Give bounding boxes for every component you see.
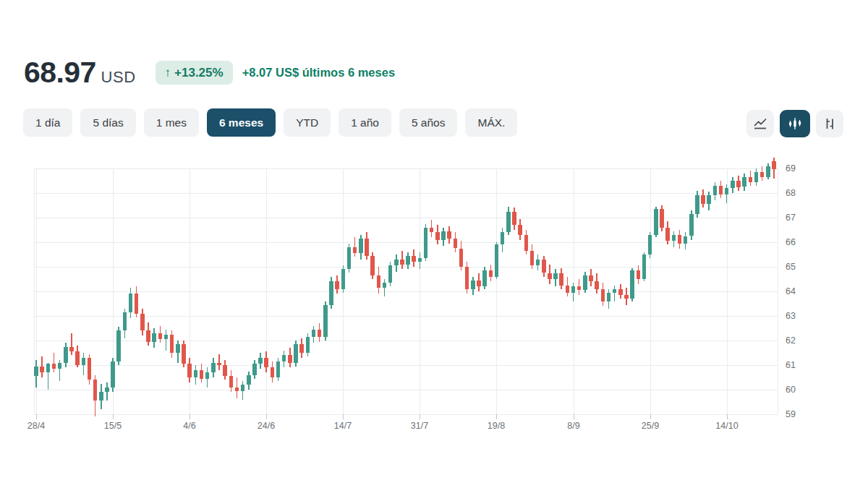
candle-body [116, 330, 121, 361]
candle-body [69, 347, 74, 352]
candle-body [518, 225, 522, 235]
y-axis-label: 69 [786, 163, 796, 174]
candle-body [99, 392, 103, 401]
candle-body [701, 195, 705, 204]
gridline-vertical [266, 168, 267, 414]
candle-body [684, 236, 688, 244]
x-axis-label: 14/10 [711, 421, 743, 431]
candlestick-chart-canvas[interactable]: 596061626364656667686928/415/54/624/614/… [0, 0, 868, 488]
candle-body [719, 186, 723, 194]
candle-body [742, 177, 746, 187]
candle-body [353, 247, 357, 254]
x-axis-label: 14/7 [327, 421, 359, 431]
candle-body [542, 260, 546, 273]
candle-body [495, 244, 499, 276]
candle-body [276, 361, 281, 377]
candle-body [731, 181, 735, 188]
candle-body [264, 358, 268, 368]
candle-wick [614, 286, 616, 301]
y-axis-label: 62 [786, 335, 796, 346]
gridline-vertical [420, 168, 420, 414]
candle-body [512, 212, 516, 226]
candle-body [312, 330, 316, 337]
x-axis-tick [650, 414, 651, 419]
y-axis-label: 68 [786, 188, 796, 198]
candle-body [93, 380, 98, 401]
candle-body [158, 333, 163, 340]
candle-body [241, 385, 245, 391]
candle-body [506, 212, 511, 233]
gridline-horizontal [34, 267, 778, 267]
candle-body [75, 351, 80, 365]
candle-body [577, 286, 582, 290]
x-axis-label: 8/9 [558, 421, 590, 431]
candle-body [441, 231, 446, 240]
candle-body [601, 289, 605, 301]
gridline-horizontal [34, 365, 778, 366]
candle-body [88, 358, 92, 380]
candle-body [406, 256, 410, 265]
candle-body [370, 256, 375, 275]
x-axis-tick [496, 414, 497, 419]
candle-body [111, 361, 115, 388]
candle-body [135, 294, 139, 313]
candle-body [471, 281, 475, 289]
y-axis-label: 59 [786, 409, 796, 419]
candle-body [648, 235, 652, 254]
candle-body [760, 172, 765, 177]
candle-body [318, 330, 322, 337]
candle-body [772, 161, 776, 169]
candle-body [170, 335, 174, 354]
candle-body [695, 195, 699, 214]
candle-body [607, 293, 611, 301]
candle-body [205, 372, 210, 379]
x-axis-tick [36, 414, 37, 419]
x-axis-label: 19/8 [480, 421, 512, 431]
candle-body [341, 269, 346, 288]
candle-wick [54, 353, 55, 372]
candle-body [553, 273, 558, 280]
candle-body [129, 294, 133, 312]
gridline-vertical [496, 168, 497, 414]
candle-body [105, 388, 109, 393]
candle-body [271, 367, 275, 377]
candle-body [548, 273, 552, 280]
x-axis-tick [420, 414, 420, 419]
candle-body [713, 186, 718, 196]
y-axis-label: 65 [786, 262, 796, 272]
candle-body [418, 258, 422, 262]
candle-body [52, 364, 56, 369]
candle-body [477, 281, 481, 287]
candle-body [465, 267, 469, 289]
gridline-horizontal [34, 242, 778, 243]
candle-body [571, 286, 576, 293]
x-axis-label: 25/9 [634, 421, 666, 431]
candle-body [299, 344, 304, 353]
candle-body [194, 370, 198, 377]
x-axis-label: 28/4 [20, 421, 52, 431]
gridline-horizontal [34, 414, 778, 415]
x-axis-tick [727, 414, 728, 419]
candle-body [689, 214, 694, 236]
candle-body [140, 314, 145, 331]
candle-body [530, 251, 535, 265]
y-axis-label: 63 [786, 311, 796, 321]
candle-body [200, 370, 204, 379]
candle-body [40, 367, 44, 373]
candle-body [630, 270, 634, 299]
gridline-horizontal [34, 390, 778, 390]
gridline-horizontal [34, 193, 778, 194]
stock-chart-page: 68.97 USD ↑ +13.25% +8.07 US$ últimos 6 … [0, 0, 868, 488]
gridline-vertical [650, 168, 651, 414]
x-axis-label: 31/7 [404, 421, 435, 431]
plot-right-border [778, 168, 778, 414]
y-axis-label: 60 [786, 385, 796, 395]
candle-body [613, 289, 617, 293]
x-axis-tick [266, 414, 267, 419]
candle-body [430, 228, 434, 233]
candle-body [435, 232, 440, 239]
candle-body [282, 355, 286, 361]
candle-body [424, 228, 428, 259]
candle-body [725, 188, 729, 194]
candle-body [365, 239, 369, 256]
